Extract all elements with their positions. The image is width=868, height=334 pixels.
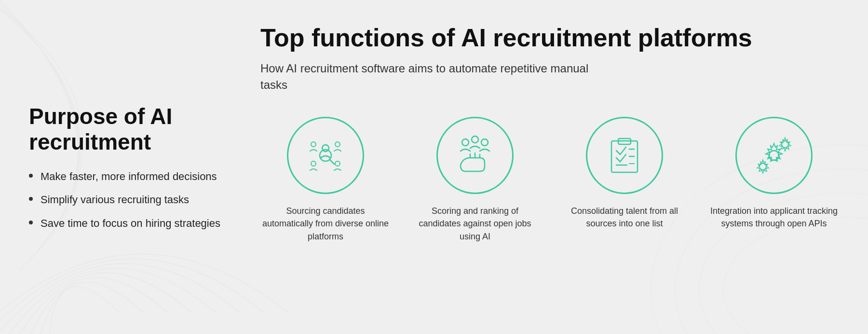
svg-point-11 xyxy=(462,139,469,146)
svg-point-5 xyxy=(311,142,316,147)
left-panel: Purpose of AI recruitment Make faster, m… xyxy=(29,19,231,315)
sourcing-label: Sourcing candidates automatically from d… xyxy=(260,205,391,242)
scoring-label: Scoring and ranking of candidates agains… xyxy=(410,205,540,242)
bullet-list: Make faster, more informed decisionsSimp… xyxy=(29,169,231,240)
card-integration: Integration into applicant tracking syst… xyxy=(709,117,839,230)
bullet-text: Simplify various recruiting tasks xyxy=(41,193,189,208)
main-title: Top functions of AI recruitment platform… xyxy=(260,24,839,52)
svg-line-10 xyxy=(330,160,334,164)
svg-point-7 xyxy=(311,161,316,166)
consolidating-label: Consolidating talent from all sources in… xyxy=(559,205,690,230)
scoring-icon xyxy=(453,134,497,177)
bullet-item: Simplify various recruiting tasks xyxy=(29,193,231,208)
integration-icon-circle xyxy=(735,117,813,194)
card-consolidating: Consolidating talent from all sources in… xyxy=(559,117,690,230)
bullet-item: Save time to focus on hiring strategies xyxy=(29,216,231,231)
svg-point-8 xyxy=(335,161,340,166)
sourcing-icon-circle xyxy=(287,117,364,194)
bullet-text: Make faster, more informed decisions xyxy=(41,169,217,184)
card-scoring: Scoring and ranking of candidates agains… xyxy=(410,117,540,242)
card-sourcing: Sourcing candidates automatically from d… xyxy=(260,117,391,242)
integration-icon xyxy=(752,134,796,177)
subtitle: How AI recruitment software aims to auto… xyxy=(260,60,598,93)
bullet-dot xyxy=(29,221,33,224)
purpose-title: Purpose of AI recruitment xyxy=(29,104,231,155)
page-container: Purpose of AI recruitment Make faster, m… xyxy=(0,0,868,334)
integration-label: Integration into applicant tracking syst… xyxy=(709,205,839,230)
scoring-icon-circle xyxy=(436,117,514,194)
bullet-dot xyxy=(29,174,33,178)
svg-point-6 xyxy=(335,142,340,147)
consolidating-icon-circle xyxy=(586,117,663,194)
svg-point-13 xyxy=(481,139,488,146)
svg-point-20 xyxy=(769,151,779,160)
sourcing-icon xyxy=(304,134,347,177)
right-panel: Top functions of AI recruitment platform… xyxy=(260,19,839,315)
bullet-text: Save time to focus on hiring strategies xyxy=(41,216,220,231)
bullet-item: Make faster, more informed decisions xyxy=(29,169,231,184)
consolidating-icon xyxy=(603,134,646,177)
bullet-dot xyxy=(29,197,33,201)
svg-point-12 xyxy=(472,136,478,143)
icons-row: Sourcing candidates automatically from d… xyxy=(260,117,839,242)
